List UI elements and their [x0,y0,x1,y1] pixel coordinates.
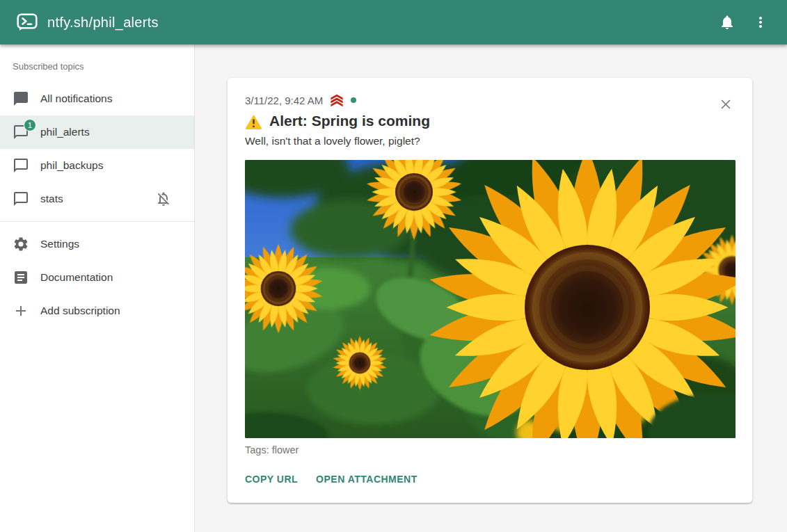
ntfy-logo-terminal-icon [17,13,38,31]
sidebar-item-label: Documentation [40,271,113,284]
document-icon [13,269,29,286]
sidebar-item-stats[interactable]: stats [0,182,194,216]
sidebar-item-label: All notifications [40,92,112,105]
notification-card: 3/11/22, 9:42 AM [228,78,752,503]
notification-body: Well, isn't that a lovely flower, piglet… [245,134,736,149]
sidebar-item-phil-backups[interactable]: phil_backups [0,149,194,182]
sidebar-item-label: Add subscription [40,305,120,317]
close-notification-button[interactable] [716,95,736,114]
chat-outline-icon [13,157,29,174]
overflow-menu-button[interactable] [744,6,777,39]
sidebar-item-phil-alerts[interactable]: 1 phil_alerts [0,115,194,149]
chat-outline-icon [13,191,29,207]
chat-outline-icon: 1 [13,124,29,140]
unread-dot [351,97,356,103]
sidebar-item-documentation[interactable]: Documentation [0,261,194,294]
page-title: ntfy.sh/phil_alerts [47,15,159,31]
sidebar-item-label: Settings [40,238,79,250]
sidebar-divider [0,221,194,222]
notification-title: Alert: Spring is coming [269,113,430,129]
sidebar-item-label: stats [40,193,63,205]
sidebar-item-all-notifications[interactable]: All notifications [0,82,194,115]
sidebar-item-add-subscription[interactable]: Add subscription [0,294,194,328]
notification-tags: Tags: flower [245,444,736,456]
close-icon [718,97,733,112]
copy-url-button[interactable]: COPY URL [245,468,298,490]
bell-icon [719,14,736,31]
muted-bell-icon [155,191,172,207]
warning-icon [245,113,262,129]
notifications-permission-button[interactable] [710,6,744,39]
sidebar-item-label: phil_backups [40,159,103,172]
unread-count-badge: 1 [24,119,36,131]
sidebar: Subscribed topics All notifications 1 ph… [0,45,195,532]
gear-icon [13,236,29,252]
attachment-image-sunflower-photo[interactable] [245,160,736,438]
notification-timestamp: 3/11/22, 9:42 AM [245,95,323,106]
more-vert-icon [752,14,769,31]
sidebar-item-settings[interactable]: Settings [0,227,194,261]
chat-filled-icon [13,90,29,107]
main-content: 3/11/22, 9:42 AM [195,45,787,532]
open-attachment-button[interactable]: OPEN ATTACHMENT [316,468,418,490]
priority-max-icon [329,94,344,107]
appbar: ntfy.sh/phil_alerts [0,0,787,45]
sidebar-caption: Subscribed topics [0,51,194,82]
plus-icon [13,303,29,319]
sidebar-item-label: phil_alerts [40,126,90,138]
